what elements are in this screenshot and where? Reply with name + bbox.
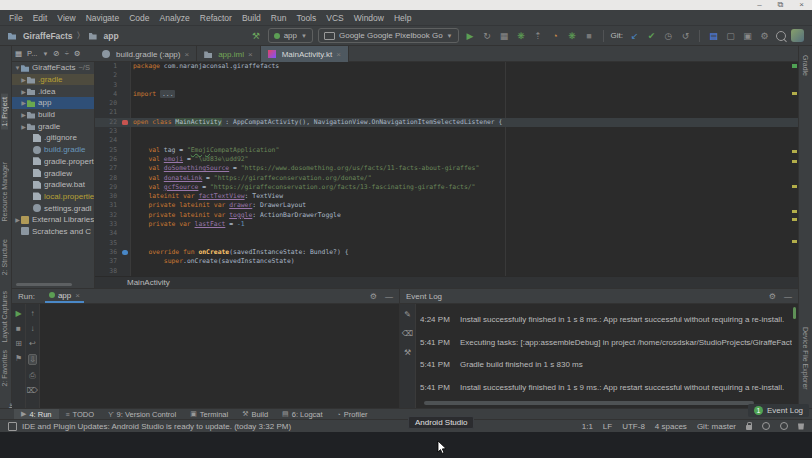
menu-edit[interactable]: Edit bbox=[28, 13, 53, 23]
hide-panel-icon[interactable]: — bbox=[784, 292, 792, 301]
code-line-35[interactable]: 35 bbox=[95, 239, 798, 248]
tree-item-build.gradle[interactable]: build.gradle bbox=[12, 144, 94, 156]
status-4-spaces[interactable]: 4 spaces bbox=[655, 422, 687, 431]
device-dropdown[interactable]: Google Google Pixelbook Go ▼ bbox=[318, 28, 459, 43]
code-line-4[interactable]: 4import ... bbox=[95, 90, 798, 99]
code-line-36[interactable]: 36 override fun onCreate(savedInstanceSt… bbox=[95, 248, 798, 257]
menu-navigate[interactable]: Navigate bbox=[81, 13, 125, 23]
event-log-badge[interactable]: 1 Event Log bbox=[748, 404, 809, 417]
tab-app.iml[interactable]: app.iml× bbox=[197, 46, 260, 62]
stripe-device-file-explorer[interactable]: Device File Explorer bbox=[802, 324, 809, 393]
menu-refactor[interactable]: Refactor bbox=[195, 13, 237, 23]
code-line-27[interactable]: 27 val doSomethingSource = "https://www.… bbox=[95, 164, 798, 173]
menu-view[interactable]: View bbox=[52, 13, 80, 23]
toolwindow-profiler[interactable]: ◔Profiler bbox=[330, 409, 375, 420]
close-icon[interactable]: × bbox=[336, 50, 341, 59]
history-icon[interactable]: ◷ bbox=[662, 30, 675, 42]
print-icon[interactable]: ⎙ bbox=[29, 371, 35, 380]
status-utf-8[interactable]: UTF-8 bbox=[622, 422, 645, 431]
code-line-33[interactable]: 33 private var lastFact = -1 bbox=[95, 220, 798, 229]
apply-changes-icon[interactable]: ↻ bbox=[481, 30, 494, 42]
stripe-2-favorites[interactable]: 2: Favorites bbox=[1, 347, 8, 390]
code-line-2[interactable]: 2 bbox=[95, 71, 798, 80]
commit-icon[interactable]: ✔ bbox=[645, 30, 658, 42]
close-icon[interactable]: × bbox=[184, 50, 189, 59]
close-icon[interactable]: × bbox=[75, 291, 80, 300]
code-line-34[interactable]: 34 bbox=[95, 229, 798, 238]
event-log-entry[interactable]: 5:41 PMExecuting tasks: [:app:assembleDe… bbox=[420, 338, 792, 361]
scroll-end-icon[interactable]: ⇩ bbox=[28, 354, 37, 365]
status-1-1[interactable]: 1:1 bbox=[582, 422, 593, 431]
event-log-entry[interactable]: 5:41 PMGradle build finished in 1 s 830 … bbox=[420, 360, 792, 383]
toolwindow-9-version-control[interactable]: ϒ9: Version Control bbox=[101, 409, 183, 420]
warning-mark[interactable] bbox=[792, 160, 797, 163]
profiler-icon[interactable]: ◔ bbox=[549, 30, 562, 42]
class-run-icon[interactable] bbox=[122, 120, 128, 126]
mark-read-icon[interactable]: ✎ bbox=[404, 310, 411, 319]
tree-item-build[interactable]: ▶build bbox=[12, 109, 94, 121]
menu-file[interactable]: File bbox=[4, 13, 28, 23]
code-line-22[interactable]: 22open class MainActivity : AppCompatAct… bbox=[95, 118, 798, 127]
clear-icon[interactable]: ⌦ bbox=[27, 386, 38, 395]
stripe-2-structure[interactable]: 2: Structure bbox=[1, 236, 8, 278]
coverage-icon[interactable]: ▦ bbox=[498, 30, 511, 42]
breadcrumb-project[interactable]: GiraffeFacts bbox=[23, 31, 73, 41]
rollback-icon[interactable]: ↺ bbox=[679, 30, 692, 42]
run-config-dropdown[interactable]: app ▼ bbox=[268, 28, 313, 43]
delete-icon[interactable]: ⌫ bbox=[402, 329, 413, 338]
code-line-26[interactable]: 26 val emoji = "\ud83e\udd92" bbox=[95, 155, 798, 164]
project-view-icon[interactable]: ▦ bbox=[15, 49, 22, 58]
code-line-37[interactable]: 37 super.onCreate(savedInstanceState) bbox=[95, 257, 798, 266]
tree-item-local.properties[interactable]: local.properties bbox=[12, 191, 94, 203]
toolwindow-todo[interactable]: ≡TODO bbox=[59, 409, 102, 420]
settings-gear-icon[interactable]: ⚙ bbox=[74, 49, 81, 58]
menu-code[interactable]: Code bbox=[124, 13, 154, 23]
run-icon[interactable]: ▶ bbox=[464, 30, 477, 42]
warning-mark[interactable] bbox=[792, 210, 797, 213]
code-line-1[interactable]: 1package com.naranjaconsal.giraffefacts bbox=[95, 62, 798, 71]
warning-mark[interactable] bbox=[792, 218, 797, 221]
settings-gear-icon[interactable]: ⚙ bbox=[769, 292, 776, 301]
status-message[interactable]: IDE and Plugin Updates: Android Studio i… bbox=[22, 422, 291, 431]
status-lf[interactable]: LF bbox=[603, 422, 612, 431]
toolwindow-build[interactable]: ⚒Build bbox=[235, 409, 275, 420]
code-line-3[interactable]: 3 bbox=[95, 81, 798, 90]
toolwindow-terminal[interactable]: ▣Terminal bbox=[183, 409, 235, 420]
menu-build[interactable]: Build bbox=[237, 13, 266, 23]
breadcrumb-class[interactable]: MainActivity bbox=[127, 278, 170, 287]
stripe-1-project[interactable]: 1: Project bbox=[1, 94, 8, 130]
code-line-32[interactable]: 32 private lateinit var toggle: ActionBa… bbox=[95, 211, 798, 220]
stripe-resource-manager[interactable]: Resource Manager bbox=[1, 159, 8, 225]
up-stack-icon[interactable]: ↑ bbox=[31, 309, 35, 318]
tab-mainactivity.kt[interactable]: MainActivity.kt× bbox=[261, 46, 349, 62]
tree-item-.idea[interactable]: ▶.idea bbox=[12, 85, 94, 97]
dump-icon[interactable] bbox=[798, 423, 804, 430]
code-line-28[interactable]: 28 val donateLink = "https://giraffecons… bbox=[95, 174, 798, 183]
stripe-gradle[interactable]: Gradle bbox=[802, 52, 809, 79]
menu-analyze[interactable]: Analyze bbox=[155, 13, 195, 23]
code-line-30[interactable]: 30 lateinit var factTextView: TextView bbox=[95, 192, 798, 201]
toolwindow-4-run[interactable]: ▶4: Run bbox=[14, 409, 59, 420]
tree-item-giraffefacts[interactable]: ▼GiraffeFacts~/S bbox=[12, 62, 94, 74]
tree-item-external-libraries[interactable]: ▶External Libraries bbox=[12, 214, 94, 226]
avd-manager-icon[interactable]: ▣ bbox=[741, 30, 754, 42]
tree-item-gradle.propert[interactable]: gradle.propert bbox=[12, 156, 94, 168]
device-manager-icon[interactable]: ▢ bbox=[724, 30, 737, 42]
settings-gear-icon[interactable]: ⚙ bbox=[370, 292, 377, 301]
tree-item-settings.gradl[interactable]: settings.gradl bbox=[12, 202, 94, 214]
window-restore-button[interactable]: ⧉ bbox=[778, 0, 784, 10]
chevron-right-icon[interactable]: ▶ bbox=[20, 99, 27, 106]
avatar[interactable] bbox=[791, 29, 804, 42]
project-scrollbar[interactable] bbox=[16, 283, 72, 286]
project-view-selector[interactable]: P... bbox=[27, 49, 37, 58]
window-close-button[interactable]: × bbox=[799, 0, 804, 10]
readonly-lock-icon[interactable] bbox=[746, 425, 752, 430]
inspections-icon[interactable] bbox=[762, 422, 770, 430]
debug-icon[interactable]: ❋ bbox=[515, 30, 528, 42]
status-git-master[interactable]: Git: master bbox=[697, 422, 736, 431]
breadcrumb-module[interactable]: app bbox=[104, 31, 119, 41]
menu-help[interactable]: Help bbox=[389, 13, 416, 23]
code-line-31[interactable]: 31 private lateinit var drawer: DrawerLa… bbox=[95, 201, 798, 210]
menu-tools[interactable]: Tools bbox=[291, 13, 321, 23]
restore-layout-icon[interactable]: ⊞ bbox=[15, 339, 22, 348]
